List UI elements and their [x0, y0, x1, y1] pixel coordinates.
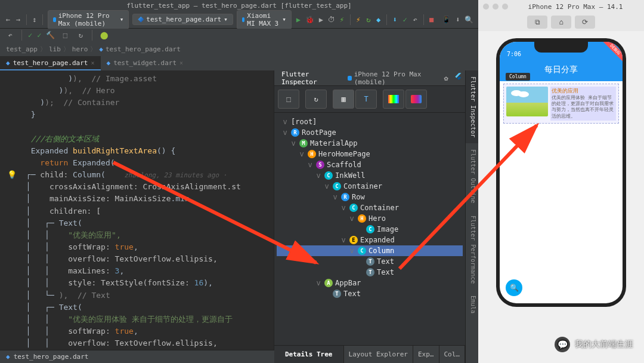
- search-icon[interactable]: 🔍: [465, 14, 473, 25]
- crumb-root[interactable]: test_app: [6, 45, 38, 53]
- device-dropdown[interactable]: iPhone 12 Pro Max (mobile) ▾: [48, 10, 129, 29]
- back2-icon[interactable]: ↶: [5, 30, 16, 41]
- run-icon[interactable]: ▶: [295, 14, 302, 25]
- tree-node[interactable]: TText: [277, 288, 463, 299]
- collapse-button[interactable]: Col…: [439, 346, 466, 363]
- screenshot-button[interactable]: ⧉: [527, 16, 547, 29]
- git-icon[interactable]: ⬇: [392, 14, 398, 25]
- tree-node[interactable]: CImage: [277, 224, 463, 235]
- tree-node[interactable]: TText: [277, 267, 463, 278]
- crumb-file[interactable]: test_hero_page.dart: [106, 45, 181, 53]
- details-tree-tab[interactable]: Details Tree: [274, 346, 344, 363]
- debug-icon[interactable]: 🐞: [305, 14, 314, 25]
- crumb-hero[interactable]: hero: [72, 45, 88, 53]
- rail-performance[interactable]: Flutter Performance: [466, 210, 478, 290]
- rail-inspector[interactable]: Flutter Inspector: [466, 70, 478, 143]
- code-editor[interactable]: )), // Image.asset )), // Hero )); // Co…: [0, 70, 274, 363]
- widget-tree[interactable]: v[root]vRRootPagevMMaterialAppvHHeroHome…: [274, 113, 465, 345]
- hot-reload-icon[interactable]: ⚡: [355, 14, 361, 25]
- widget-type-icon: M: [299, 139, 308, 147]
- baseline-button[interactable]: T: [355, 90, 377, 109]
- tree-node[interactable]: vCContainer: [277, 181, 463, 192]
- tree-node[interactable]: vCColumn: [277, 245, 463, 256]
- editor-tab-active[interactable]: ◆test_hero_page.dart×: [0, 56, 101, 70]
- select-icon[interactable]: ⬚: [60, 30, 70, 41]
- bottom-file-tab[interactable]: ◆ test_hero_page.dart: [0, 350, 274, 363]
- tree-node-label: Text: [377, 268, 394, 276]
- sub-toolbar: ↶ ✓ ✓ 🔨 ⬚ ↻ ⬤: [0, 29, 478, 42]
- sdk-icon[interactable]: ⬇: [454, 14, 461, 25]
- tree-node-label: RootPage: [302, 128, 336, 137]
- tree-node[interactable]: vCContainer: [277, 202, 463, 213]
- traffic-light-max[interactable]: [502, 4, 508, 10]
- refresh-tree-button[interactable]: ↻: [305, 90, 327, 109]
- refresh-icon[interactable]: ↻: [75, 30, 86, 41]
- target-dropdown[interactable]: Xiaomi MI MAX 3 ▾: [237, 10, 292, 29]
- hot-restart-icon[interactable]: ↻: [365, 14, 371, 25]
- commit-icon[interactable]: ✓: [402, 14, 408, 25]
- back-icon[interactable]: ←: [5, 14, 11, 25]
- widget-type-icon: H: [358, 214, 366, 223]
- avd-icon[interactable]: 📱: [442, 14, 451, 25]
- wechat-icon: 💬: [555, 337, 570, 352]
- flutter-icon: [138, 17, 144, 23]
- attach-icon[interactable]: ⚡: [339, 14, 345, 25]
- tree-node[interactable]: vMMaterialApp: [277, 138, 463, 149]
- home-button[interactable]: ⌂: [551, 16, 571, 29]
- tree-node-label: Scaffold: [327, 161, 361, 169]
- run-config-dropdown[interactable]: test_hero_page.dart ▾: [132, 14, 233, 25]
- traffic-light-close[interactable]: [483, 4, 489, 10]
- tree-node[interactable]: vRRootPage: [277, 127, 463, 138]
- notch: [534, 42, 588, 53]
- profile-icon[interactable]: ⏱: [328, 14, 335, 25]
- sim-titlebar: iPhone 12 Pro Max – 14.1: [478, 0, 644, 13]
- dart-icon: ◆: [6, 59, 10, 67]
- sync-icon[interactable]: ↕: [31, 14, 38, 25]
- device-frame: DEBUG 7:06 每日分享 Column 优美的应用 优美的应用体验 来自于…: [496, 38, 626, 307]
- widget-type-icon: T: [366, 257, 374, 266]
- device-screen[interactable]: DEBUG 7:06 每日分享 Column 优美的应用 优美的应用体验 来自于…: [500, 42, 623, 303]
- select-widget-button[interactable]: ⬚: [278, 90, 299, 109]
- rainbow-button[interactable]: [383, 90, 404, 109]
- widget-type-icon: R: [291, 128, 299, 137]
- tree-node-label: MaterialApp: [310, 139, 357, 147]
- tree-node[interactable]: v[root]: [277, 116, 463, 127]
- history-icon[interactable]: ↶: [412, 14, 419, 25]
- tree-node[interactable]: vRRow: [277, 192, 463, 202]
- stop-icon[interactable]: ■: [428, 14, 435, 25]
- traffic-light-min[interactable]: [493, 4, 499, 10]
- rail-outline[interactable]: Flutter Outline: [466, 143, 478, 209]
- editor-tab[interactable]: ◆test_widget.dart×: [101, 56, 190, 70]
- android-icon[interactable]: ⬤: [98, 30, 109, 41]
- tree-node[interactable]: vCInkWell: [277, 170, 463, 181]
- coverage-icon[interactable]: ▶: [318, 14, 324, 25]
- check2-icon[interactable]: ✓: [37, 31, 41, 39]
- gear-icon[interactable]: ✿: [444, 74, 448, 82]
- layout-explorer-tab[interactable]: Layout Explorer: [344, 346, 414, 363]
- hammer-icon[interactable]: 🔨: [46, 31, 55, 39]
- device-icon: [348, 76, 351, 81]
- widget-type-icon: E: [349, 236, 358, 244]
- rail-emulator[interactable]: Emula: [466, 290, 478, 319]
- widget-type-icon: C: [333, 182, 341, 190]
- expand-button[interactable]: Exp…: [413, 346, 439, 363]
- tree-node[interactable]: vAAppBar: [277, 278, 463, 288]
- debug-banner-button[interactable]: [405, 90, 427, 109]
- tree-node[interactable]: vSScaffold: [277, 159, 463, 170]
- card-image: [506, 87, 548, 116]
- tree-node[interactable]: vEExpanded: [277, 235, 463, 245]
- tree-node[interactable]: vHHero: [277, 213, 463, 224]
- fab-search[interactable]: 🔍: [506, 279, 522, 296]
- tree-node[interactable]: vHHeroHomePage: [277, 149, 463, 159]
- debug-paint-button[interactable]: ▦: [333, 90, 354, 109]
- forward-icon[interactable]: →: [15, 14, 21, 25]
- close-tab-icon[interactable]: ×: [179, 60, 183, 66]
- devtools-icon[interactable]: ◆: [375, 14, 382, 25]
- simulator-window: iPhone 12 Pro Max – 14.1 ⧉ ⌂ ⟳ DEBUG 7:0…: [478, 0, 644, 363]
- tree-node[interactable]: TText: [277, 256, 463, 267]
- close-tab-icon[interactable]: ×: [91, 60, 94, 66]
- rotate-button[interactable]: ⟳: [575, 16, 595, 29]
- crumb-lib[interactable]: lib: [49, 45, 61, 53]
- list-card[interactable]: 优美的应用 优美的应用体验 来自于细节的处理，更源自于对自我需求与努力，当然也离…: [503, 84, 619, 124]
- check-icon[interactable]: ✓: [28, 31, 32, 39]
